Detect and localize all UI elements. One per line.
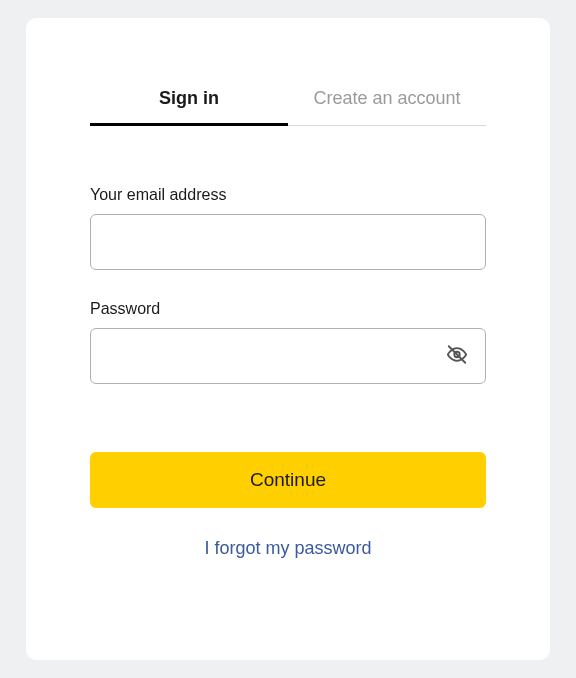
email-input[interactable]: [90, 214, 486, 270]
email-field-group: Your email address: [90, 186, 486, 270]
eye-off-icon: [446, 354, 468, 369]
password-field-group: Password: [90, 300, 486, 384]
auth-tabs: Sign in Create an account: [90, 88, 486, 126]
signin-card: Sign in Create an account Your email add…: [26, 18, 550, 660]
toggle-password-visibility-button[interactable]: [442, 340, 472, 373]
forgot-password-link[interactable]: I forgot my password: [90, 538, 486, 559]
tab-signin[interactable]: Sign in: [90, 88, 288, 125]
continue-button[interactable]: Continue: [90, 452, 486, 508]
password-label: Password: [90, 300, 486, 318]
password-input[interactable]: [90, 328, 486, 384]
email-label: Your email address: [90, 186, 486, 204]
tab-create-account[interactable]: Create an account: [288, 88, 486, 125]
